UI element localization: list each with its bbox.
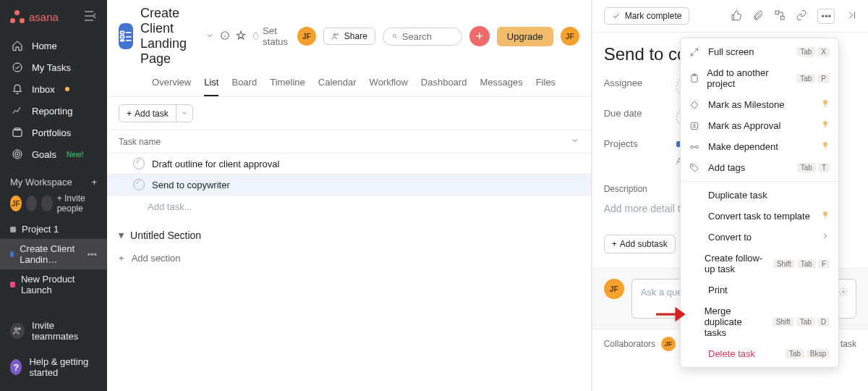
menu-item-mark-as-approval[interactable]: Mark as Approval [681,115,838,136]
sidebar-project[interactable]: New Product Launch [0,269,107,300]
tab-messages[interactable]: Messages [480,72,522,96]
chevron-right-icon [821,232,830,243]
comment-avatar: JF [604,279,624,299]
project-more-icon[interactable]: ••• [87,249,97,260]
info-icon[interactable] [220,30,230,43]
keyboard-shortcut: X [817,47,830,56]
project-title[interactable]: Create Client Landing Page [140,6,198,67]
upgrade-button[interactable]: Upgrade [497,27,553,46]
project-color-dot [10,282,15,287]
complete-checkbox[interactable] [133,158,145,169]
menu-item-mark-as-milestone[interactable]: Mark as Milestone [681,94,838,115]
menu-item-duplicate-task[interactable]: Duplicate task [681,185,838,206]
comment-settings-icon[interactable] [838,287,848,299]
menu-item-merge-duplicate-tasks[interactable]: Merge duplicate tasksShiftTabD [681,300,838,343]
search-box[interactable] [383,28,462,46]
list-toolbar: + Add task [107,97,591,130]
set-status-button[interactable]: Set status [253,25,290,47]
tab-calendar[interactable]: Calendar [318,72,357,96]
depend-icon [689,142,701,152]
due-date-label: Due date [604,108,676,127]
premium-icon [821,120,830,131]
folder-icon [12,127,23,138]
svg-point-6 [15,328,18,331]
tab-overview[interactable]: Overview [152,72,191,96]
sidebar-item-reporting[interactable]: Reporting [0,100,107,122]
menu-item-print[interactable]: Print [681,279,838,300]
add-subtask-button[interactable]: + Add subtask [604,235,676,253]
sidebar-item-my-tasks[interactable]: My Tasks [0,56,107,78]
keyboard-shortcut: Tab [797,163,816,172]
approval-icon [689,121,701,131]
section-header[interactable]: ▶ Untitled Section [107,218,591,247]
project-icon[interactable] [119,23,133,49]
share-button[interactable]: Share [323,28,375,45]
chart-icon [12,105,23,117]
help-icon: ? [10,359,22,375]
search-input[interactable] [402,31,453,42]
tab-dashboard[interactable]: Dashboard [421,72,467,96]
user-avatar[interactable]: JF [10,196,22,211]
svg-rect-22 [781,16,785,20]
tab-workflow[interactable]: Workflow [370,72,408,96]
menu-item-convert-to[interactable]: Convert to [681,227,838,248]
menu-item-create-follow-up-task[interactable]: Create follow-up taskShiftTabF [681,248,838,279]
menu-item-make-dependent[interactable]: Make dependent [681,136,838,157]
check-icon [12,62,23,73]
add-task-inline[interactable]: Add task... [107,196,591,218]
tab-board[interactable]: Board [231,72,257,96]
global-add-button[interactable]: + [469,26,490,46]
sidebar-project[interactable]: Create Client Landin…••• [0,239,107,269]
mark-complete-button[interactable]: Mark complete [604,7,690,25]
svg-line-20 [396,37,397,38]
add-task-button[interactable]: + Add task [119,104,193,122]
invite-teammates-button[interactable]: Invite teammates [0,313,107,349]
collaborator-avatar[interactable]: JF [661,337,676,351]
keyboard-shortcut: Shift [773,259,795,269]
target-icon [12,148,23,160]
subtask-icon[interactable] [774,9,786,23]
keyboard-shortcut: Tab [796,47,815,56]
column-header-task-name[interactable]: Task name [119,137,161,147]
menu-item-convert-task-to-template[interactable]: Convert task to template [681,206,838,227]
add-workspace-icon[interactable]: + [91,177,97,188]
attachment-icon[interactable] [752,9,764,23]
menu-item-add-tags[interactable]: Add tagsTabT [681,157,838,178]
tab-files[interactable]: Files [536,72,556,96]
member-avatar[interactable]: JF [297,27,316,46]
tab-timeline[interactable]: Timeline [270,72,305,96]
link-icon[interactable] [796,9,807,23]
menu-item-delete-task[interactable]: Delete taskTabBksp [681,343,838,364]
svg-point-18 [336,34,338,35]
complete-checkbox[interactable] [133,179,145,190]
section-caret-icon[interactable]: ▶ [118,232,126,238]
close-pane-icon[interactable] [845,9,856,23]
task-row[interactable]: Send to copywriter [107,175,591,196]
sidebar-item-portfolios[interactable]: Portfolios [0,122,107,143]
task-row[interactable]: Draft outline for client approval [107,154,591,175]
svg-point-5 [17,154,17,154]
add-task-dropdown-icon[interactable] [176,105,192,122]
invite-people-link[interactable]: + Invite people [57,193,97,214]
asana-logo[interactable]: asana [10,10,59,23]
sidebar-item-home[interactable]: Home [0,35,107,56]
sidebar-project[interactable]: Project 1 [0,219,107,239]
tab-list[interactable]: List [204,72,218,96]
projects-label: Projects [604,138,676,149]
keyboard-shortcut: P [817,74,830,83]
profile-avatar[interactable]: JF [561,27,579,46]
chevron-down-icon[interactable] [205,31,214,42]
chevron-down-icon[interactable] [571,136,579,147]
menu-item-full-screen[interactable]: Full screenTabX [681,41,838,62]
like-icon[interactable] [731,9,742,23]
sidebar-toggle-icon[interactable] [84,11,97,23]
more-actions-icon[interactable]: ••• [817,9,835,24]
sidebar-item-inbox[interactable]: Inbox [0,78,107,100]
add-section-button[interactable]: +Add section [107,247,591,269]
sidebar-item-goals[interactable]: GoalsNew! [0,143,107,165]
help-button[interactable]: ? Help & getting started [0,349,107,385]
star-icon[interactable] [236,30,246,43]
svg-point-0 [13,63,22,72]
menu-item-add-to-another-project[interactable]: Add to another projectTabP [681,62,838,94]
people-icon [10,323,25,339]
